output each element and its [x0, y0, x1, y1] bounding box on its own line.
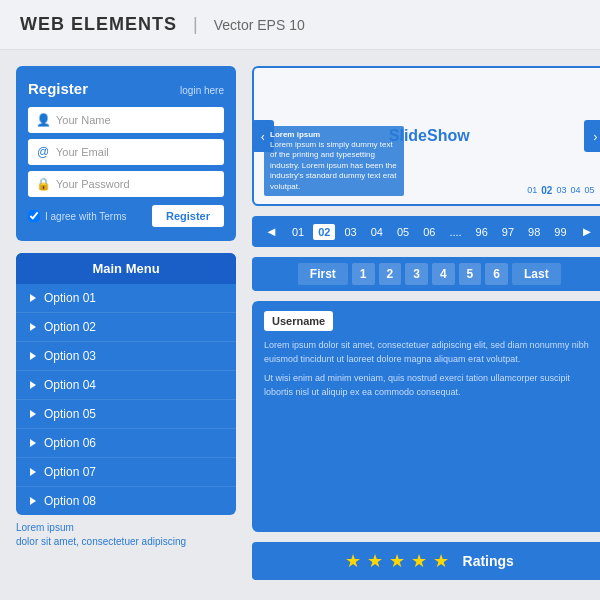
user-card-p2: Ut wisi enim ad minim veniam, quis nostr… [264, 372, 594, 399]
main-menu: Main Menu Option 01 Option 02 Option 03 … [16, 253, 236, 515]
page-4-btn[interactable]: 4 [432, 263, 455, 285]
menu-item-5[interactable]: Option 05 [16, 400, 236, 429]
page-98[interactable]: 98 [523, 224, 545, 240]
page-04[interactable]: 04 [366, 224, 388, 240]
page-5-btn[interactable]: 5 [459, 263, 482, 285]
slide-info: Lorem ipsum Lorem ipsum is simply dummy … [264, 126, 594, 196]
password-placeholder: Your Password [56, 178, 130, 190]
menu-item-3[interactable]: Option 03 [16, 342, 236, 371]
lorem-body: Lorem ipsum is simply dummy text of the … [270, 140, 397, 191]
star-3: ★ [389, 550, 405, 572]
menu-label-5: Option 05 [44, 407, 96, 421]
page-title: WEB ELEMENTS [20, 14, 177, 35]
page-next-button[interactable]: ► [576, 222, 599, 241]
menu-item-1[interactable]: Option 01 [16, 284, 236, 313]
left-column: Register login here 👤 Your Name @ Your E… [16, 66, 236, 580]
form-bottom: I agree with Terms Register [28, 205, 224, 227]
menu-footer-line2: dolor sit amet, consectetuer adipiscing [16, 535, 236, 549]
star-1: ★ [345, 550, 361, 572]
register-button[interactable]: Register [152, 205, 224, 227]
menu-label-7: Option 07 [44, 465, 96, 479]
page-05[interactable]: 05 [392, 224, 414, 240]
menu-title: Main Menu [16, 253, 236, 284]
agree-checkbox[interactable] [28, 210, 40, 222]
lock-icon: 🔒 [36, 177, 50, 191]
ratings-bar: ★ ★ ★ ★ ★ Ratings [252, 542, 600, 580]
arrow-icon-7 [30, 468, 36, 476]
menu-item-7[interactable]: Option 07 [16, 458, 236, 487]
slide-lorem-box: Lorem ipsum Lorem ipsum is simply dummy … [264, 126, 404, 196]
menu-item-6[interactable]: Option 06 [16, 429, 236, 458]
register-header: Register login here [28, 80, 224, 97]
arrow-icon-8 [30, 497, 36, 505]
last-button[interactable]: Last [512, 263, 561, 285]
dot-5[interactable]: 05 [584, 185, 594, 196]
page-03[interactable]: 03 [339, 224, 361, 240]
page-6-btn[interactable]: 6 [485, 263, 508, 285]
star-4: ★ [411, 550, 427, 572]
page-02[interactable]: 02 [313, 224, 335, 240]
email-placeholder: Your Email [56, 146, 109, 158]
user-icon: 👤 [36, 113, 50, 127]
menu-label-1: Option 01 [44, 291, 96, 305]
pagination-bar-2: First 1 2 3 4 5 6 Last [252, 257, 600, 291]
main-content: Register login here 👤 Your Name @ Your E… [0, 50, 600, 596]
arrow-icon-5 [30, 410, 36, 418]
password-field[interactable]: 🔒 Your Password [28, 171, 224, 197]
page-01[interactable]: 01 [287, 224, 309, 240]
register-title: Register [28, 80, 88, 97]
slide-dots: 01 02 03 04 05 [527, 185, 594, 196]
arrow-icon-1 [30, 294, 36, 302]
menu-item-2[interactable]: Option 02 [16, 313, 236, 342]
page-header: WEB ELEMENTS | Vector EPS 10 [0, 0, 600, 50]
user-card: Username Lorem ipsum dolor sit amet, con… [252, 301, 600, 532]
lorem-title: Lorem ipsum [270, 130, 320, 139]
arrow-icon-6 [30, 439, 36, 447]
dot-4[interactable]: 04 [570, 185, 580, 196]
pagination-bar-1: ◄ 01 02 03 04 05 06 .... 96 97 98 99 ► [252, 216, 600, 247]
star-2: ★ [367, 550, 383, 572]
page-1-btn[interactable]: 1 [352, 263, 375, 285]
dot-1[interactable]: 01 [527, 185, 537, 196]
arrow-icon-2 [30, 323, 36, 331]
right-column: ‹ SlideShow › Lorem ipsum Lorem ipsum is… [252, 66, 600, 580]
slideshow: ‹ SlideShow › Lorem ipsum Lorem ipsum is… [252, 66, 600, 206]
arrow-icon-3 [30, 352, 36, 360]
header-subtitle: Vector EPS 10 [214, 17, 305, 33]
menu-label-6: Option 06 [44, 436, 96, 450]
agree-label[interactable]: I agree with Terms [28, 210, 127, 222]
menu-label-8: Option 08 [44, 494, 96, 508]
email-field[interactable]: @ Your Email [28, 139, 224, 165]
menu-label-3: Option 03 [44, 349, 96, 363]
menu-footer-line1: Lorem ipsum [16, 521, 236, 535]
page-96[interactable]: 96 [471, 224, 493, 240]
page-prev-button[interactable]: ◄ [260, 222, 283, 241]
menu-footer: Lorem ipsum dolor sit amet, consectetuer… [16, 515, 236, 549]
email-icon: @ [36, 145, 50, 159]
menu-label-2: Option 02 [44, 320, 96, 334]
page-3-btn[interactable]: 3 [405, 263, 428, 285]
name-placeholder: Your Name [56, 114, 111, 126]
login-link[interactable]: login here [180, 85, 224, 96]
dot-3[interactable]: 03 [556, 185, 566, 196]
ratings-label: Ratings [463, 553, 514, 569]
agree-text: I agree with Terms [45, 211, 127, 222]
dot-2[interactable]: 02 [541, 185, 552, 196]
header-divider: | [193, 14, 198, 35]
page-ellipsis: .... [444, 224, 466, 240]
page-99[interactable]: 99 [549, 224, 571, 240]
user-card-p1: Lorem ipsum dolor sit amet, consectetuer… [264, 339, 594, 366]
arrow-icon-4 [30, 381, 36, 389]
page-06[interactable]: 06 [418, 224, 440, 240]
menu-label-4: Option 04 [44, 378, 96, 392]
name-field[interactable]: 👤 Your Name [28, 107, 224, 133]
username-badge: Username [264, 311, 333, 331]
first-button[interactable]: First [298, 263, 348, 285]
menu-item-4[interactable]: Option 04 [16, 371, 236, 400]
register-form: Register login here 👤 Your Name @ Your E… [16, 66, 236, 241]
page-97[interactable]: 97 [497, 224, 519, 240]
menu-item-8[interactable]: Option 08 [16, 487, 236, 515]
page-2-btn[interactable]: 2 [379, 263, 402, 285]
main-menu-section: Main Menu Option 01 Option 02 Option 03 … [16, 253, 236, 549]
star-5: ★ [433, 550, 449, 572]
